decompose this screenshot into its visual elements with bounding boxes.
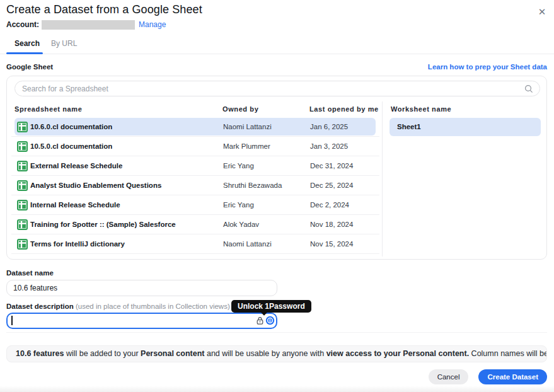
onepassword-icon[interactable] xyxy=(265,316,275,328)
dataset-description-input[interactable] xyxy=(6,313,277,329)
last-opened-date: Dec 25, 2024 xyxy=(310,182,353,189)
owner-name: Mark Plummer xyxy=(223,142,270,150)
account-row: Account: Manage xyxy=(6,20,166,30)
dataset-description-label-text: Dataset description xyxy=(6,303,74,310)
owner-name: Eric Yang xyxy=(223,201,254,209)
dataset-summary-banner: 10.6 features will be added to your Pers… xyxy=(6,345,547,362)
tab-search[interactable]: Search xyxy=(14,39,40,48)
summary-text-part: will be added to your xyxy=(64,349,141,358)
onepassword-tooltip[interactable]: Unlock 1Password xyxy=(231,300,311,313)
worksheet-item[interactable]: Sheet1 xyxy=(390,118,541,136)
summary-text-part: Column names will be auto-generated from… xyxy=(469,349,547,358)
onepassword-tooltip-text: Unlock 1Password xyxy=(238,302,305,311)
dataset-description-hint: (used in place of thumbnails in Collecti… xyxy=(76,303,230,310)
last-opened-date: Jan 3, 2025 xyxy=(310,142,348,150)
panel-vertical-divider xyxy=(382,101,383,257)
tab-bar: Search By URL xyxy=(0,38,554,54)
google-sheet-label: Google Sheet xyxy=(6,63,53,71)
active-tab-underline xyxy=(6,52,43,54)
google-sheet-icon xyxy=(17,200,28,210)
bottom-shadow xyxy=(0,386,554,392)
owner-name: Shruthi Bezawada xyxy=(223,182,282,189)
owner-name: Alok Yadav xyxy=(223,221,259,228)
last-opened-date: Nov 15, 2024 xyxy=(310,240,353,248)
google-sheet-icon xyxy=(17,239,28,250)
column-header-worksheet-name: Worksheet name xyxy=(391,105,451,113)
prep-sheet-data-link[interactable]: Learn how to prep your Sheet data xyxy=(428,63,547,71)
table-row[interactable]: Internal Release ScheduleEric YangDec 2,… xyxy=(11,195,379,215)
account-label: Account: xyxy=(6,20,39,29)
table-row[interactable]: Training for Spotter :: (Sample) Salesfo… xyxy=(11,215,379,234)
last-opened-date: Nov 18, 2024 xyxy=(310,221,353,228)
dataset-description-hint-text: (used in place of thumbnails in Collecti… xyxy=(76,303,230,310)
summary-text-part: Personal content xyxy=(141,349,204,358)
manage-account-link[interactable]: Manage xyxy=(139,20,166,29)
google-sheet-icon xyxy=(17,122,28,132)
google-sheet-icon xyxy=(17,161,28,171)
spreadsheet-name: 10.5.0.cl documentation xyxy=(30,142,112,150)
spreadsheet-rows: 10.6.0.cl documentationNaomi LattanziJan… xyxy=(7,76,382,260)
page-title: Create a Dataset from a Google Sheet xyxy=(6,3,202,16)
spreadsheet-name: Terms for IntelliJ dictionary xyxy=(30,240,125,248)
summary-text-part: 10.6 features xyxy=(16,349,64,358)
account-value-redacted xyxy=(42,20,135,30)
spreadsheet-name: Internal Release Schedule xyxy=(30,201,120,209)
owner-name: Eric Yang xyxy=(223,162,254,170)
search-icon xyxy=(524,84,533,96)
spreadsheet-picker-panel: Spreadsheet name Owned by Last opened by… xyxy=(6,76,547,260)
create-dataset-dialog: Create a Dataset from a Google Sheet ✕ A… xyxy=(0,0,554,392)
description-field-icons xyxy=(256,316,275,328)
google-sheet-icon xyxy=(17,180,28,191)
section-divider xyxy=(6,332,547,333)
dataset-name-label: Dataset name xyxy=(6,269,54,277)
table-row[interactable]: External Release ScheduleEric YangDec 31… xyxy=(11,156,379,176)
lock-icon[interactable] xyxy=(256,316,264,328)
table-row[interactable]: Analyst Studio Enablement QuestionsShrut… xyxy=(11,176,379,195)
dataset-description-label: Dataset description (used in place of th… xyxy=(6,303,230,310)
spreadsheet-name: Analyst Studio Enablement Questions xyxy=(30,182,161,189)
last-opened-date: Dec 2, 2024 xyxy=(310,201,349,209)
dataset-name-input[interactable] xyxy=(6,280,277,296)
owner-name: Naomi Lattanzi xyxy=(223,123,272,130)
google-sheet-icon xyxy=(17,141,28,152)
last-opened-date: Jan 6, 2025 xyxy=(310,123,348,130)
google-sheet-icon xyxy=(17,219,28,230)
table-row[interactable]: 10.5.0.cl documentationMark PlummerJan 3… xyxy=(11,137,379,156)
tab-by-url[interactable]: By URL xyxy=(51,39,77,48)
last-opened-date: Dec 31, 2024 xyxy=(310,162,353,170)
cancel-button[interactable]: Cancel xyxy=(429,369,469,384)
summary-text-part: view access to your Personal content. xyxy=(326,349,469,358)
spreadsheet-name: 10.6.0.cl documentation xyxy=(30,123,112,130)
footer-buttons: Cancel Create Dataset xyxy=(429,369,547,384)
spreadsheet-name: Training for Spotter :: (Sample) Salesfo… xyxy=(30,221,176,228)
text-caret xyxy=(11,316,13,325)
spreadsheet-name: External Release Schedule xyxy=(30,162,122,170)
summary-text-part: and will be usable by anyone with xyxy=(204,349,326,358)
owner-name: Naomi Lattanzi xyxy=(223,240,272,248)
table-row[interactable]: Terms for IntelliJ dictionaryNaomi Latta… xyxy=(11,234,379,254)
close-icon[interactable]: ✕ xyxy=(536,6,548,18)
create-dataset-button[interactable]: Create Dataset xyxy=(478,369,547,384)
table-row[interactable]: 10.6.0.cl documentationNaomi LattanziJan… xyxy=(11,117,379,137)
